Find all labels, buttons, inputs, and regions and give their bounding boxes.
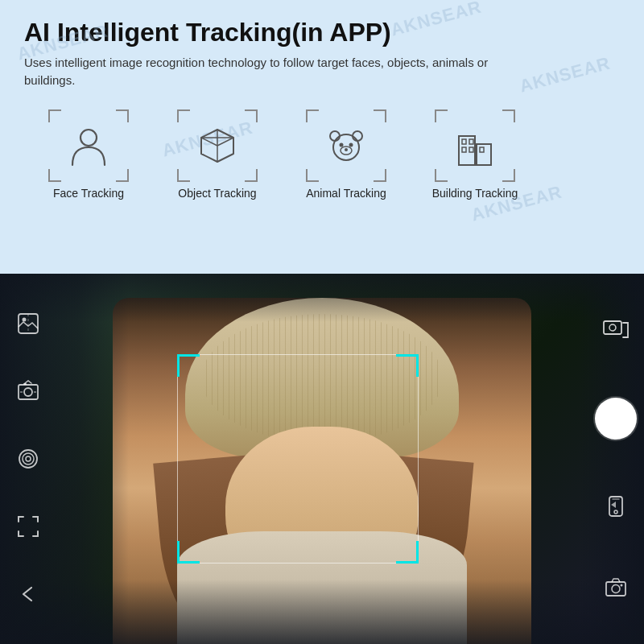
svg-point-37 bbox=[612, 584, 620, 592]
back-arrow-icon[interactable] bbox=[14, 580, 42, 608]
shutter-button[interactable] bbox=[595, 398, 637, 440]
extra-corners-face bbox=[48, 109, 129, 182]
gallery-icon[interactable] bbox=[14, 310, 42, 337]
left-sidebar bbox=[8, 290, 48, 628]
tracking-icons-row: Face Tracking Object Tracking bbox=[24, 109, 620, 200]
phone-back-icon[interactable] bbox=[602, 493, 630, 520]
tracking-item-face: Face Tracking bbox=[24, 109, 153, 200]
svg-point-34 bbox=[614, 510, 617, 514]
object-icon-box bbox=[177, 109, 258, 182]
dark-overlay-top bbox=[0, 274, 644, 322]
extra-corners-building bbox=[435, 109, 515, 182]
hat-texture bbox=[201, 314, 443, 443]
camera-ui bbox=[0, 274, 644, 644]
top-section: AKNSEAR AKNSEAR AKNSEAR AKNSEAR AKNSEAR … bbox=[0, 0, 644, 274]
tracking-item-object: Object Tracking bbox=[153, 109, 282, 200]
svg-point-29 bbox=[23, 453, 34, 464]
svg-point-21 bbox=[23, 318, 27, 322]
svg-point-30 bbox=[26, 456, 31, 461]
object-tracking-label: Object Tracking bbox=[178, 187, 256, 200]
animal-icon-box bbox=[306, 109, 386, 182]
svg-point-32 bbox=[609, 324, 616, 331]
svg-point-24 bbox=[24, 388, 32, 396]
right-sidebar bbox=[596, 290, 636, 628]
watermark-2: AKNSEAR bbox=[518, 52, 613, 97]
extra-corners-animal bbox=[306, 109, 386, 182]
main-title: AI Intelligent Tracking(in APP) bbox=[24, 18, 620, 47]
svg-rect-31 bbox=[604, 321, 621, 334]
face-icon-box bbox=[48, 109, 129, 182]
subtitle: Uses intelligent image recognition techn… bbox=[24, 54, 507, 90]
tracking-item-building: Building Tracking bbox=[411, 109, 539, 200]
extra-corners-object bbox=[177, 109, 258, 182]
face-tracking-label: Face Tracking bbox=[53, 187, 124, 200]
svg-point-38 bbox=[621, 584, 623, 586]
lens-icon[interactable] bbox=[14, 445, 42, 473]
dark-overlay-bottom bbox=[0, 580, 644, 644]
small-camera-icon[interactable] bbox=[602, 574, 630, 601]
tracking-mode-icon[interactable] bbox=[602, 316, 630, 344]
svg-rect-36 bbox=[606, 582, 625, 596]
animal-tracking-label: Animal Tracking bbox=[306, 187, 386, 200]
focus-icon[interactable] bbox=[14, 513, 42, 540]
camera-switch-icon[interactable] bbox=[14, 378, 42, 405]
svg-rect-25 bbox=[23, 383, 27, 385]
building-icon-box bbox=[435, 109, 515, 182]
building-tracking-label: Building Tracking bbox=[432, 187, 518, 200]
tracking-item-animal: Animal Tracking bbox=[282, 109, 411, 200]
